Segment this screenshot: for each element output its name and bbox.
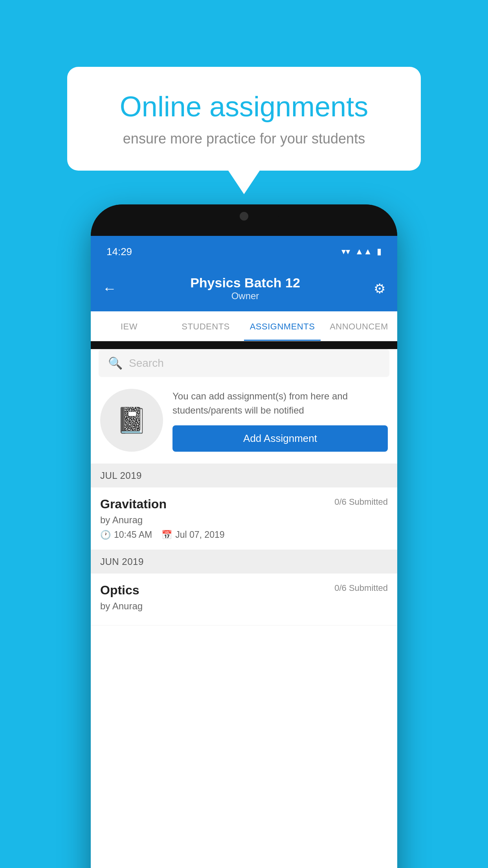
battery-icon: ▮ xyxy=(377,246,382,257)
notebook-icon: 📓 xyxy=(116,406,147,435)
promo-content: You can add assignment(s) from here and … xyxy=(172,389,388,452)
camera-icon xyxy=(240,212,248,221)
speech-bubble-subtitle: ensure more practice for your students xyxy=(95,131,393,147)
phone-wrapper: 14:29 ▾▾ ▲▲ ▮ ← Physics Batch 12 Owner ⚙… xyxy=(91,204,397,868)
settings-icon[interactable]: ⚙ xyxy=(374,281,385,296)
assignment-item-gravitation[interactable]: Gravitation 0/6 Submitted by Anurag 🕐 10… xyxy=(91,487,397,550)
search-bar[interactable]: 🔍 Search xyxy=(99,349,389,377)
assignment-optics-name: Optics xyxy=(100,583,139,598)
add-assignment-button[interactable]: Add Assignment xyxy=(172,425,388,452)
search-placeholder: Search xyxy=(129,357,164,370)
assignment-time-value: 10:45 AM xyxy=(114,530,152,540)
tab-students[interactable]: STUDENTS xyxy=(167,311,244,341)
search-icon: 🔍 xyxy=(108,356,123,370)
section-header-jul: JUL 2019 xyxy=(91,464,397,487)
assignment-item-optics[interactable]: Optics 0/6 Submitted by Anurag xyxy=(91,574,397,625)
assignment-name: Gravitation xyxy=(100,497,167,511)
assignment-optics-top-row: Optics 0/6 Submitted xyxy=(100,583,388,598)
header-subtitle: Owner xyxy=(190,291,300,302)
app-header: ← Physics Batch 12 Owner ⚙ xyxy=(91,267,397,311)
assignment-top-row: Gravitation 0/6 Submitted xyxy=(100,497,388,511)
wifi-icon: ▾▾ xyxy=(341,246,350,257)
back-button[interactable]: ← xyxy=(103,280,117,297)
speech-bubble: Online assignments ensure more practice … xyxy=(67,67,421,171)
tabs-container: IEW STUDENTS ASSIGNMENTS ANNOUNCEM xyxy=(91,311,397,341)
assignment-meta: 🕐 10:45 AM 📅 Jul 07, 2019 xyxy=(100,530,388,540)
assignment-submitted: 0/6 Submitted xyxy=(334,497,388,507)
phone-top-notch xyxy=(91,204,397,236)
assignment-time: 🕐 10:45 AM xyxy=(100,530,152,540)
section-header-jun: JUN 2019 xyxy=(91,550,397,574)
speech-bubble-container: Online assignments ensure more practice … xyxy=(67,67,421,194)
calendar-icon: 📅 xyxy=(161,530,172,540)
tab-assignments[interactable]: ASSIGNMENTS xyxy=(244,311,321,341)
promo-text: You can add assignment(s) from here and … xyxy=(172,389,388,417)
tab-iew[interactable]: IEW xyxy=(91,311,167,341)
phone-content: 🔍 Search 📓 You can add assignment(s) fro… xyxy=(91,349,397,868)
speech-bubble-arrow xyxy=(228,171,260,194)
assignment-optics-by: by Anurag xyxy=(100,601,388,612)
promo-section: 📓 You can add assignment(s) from here an… xyxy=(91,377,397,464)
assignment-optics-submitted: 0/6 Submitted xyxy=(334,583,388,593)
header-title: Physics Batch 12 xyxy=(190,275,300,291)
tab-announcements[interactable]: ANNOUNCEM xyxy=(321,311,397,341)
assignment-date-value: Jul 07, 2019 xyxy=(175,530,224,540)
promo-icon-circle: 📓 xyxy=(100,389,163,452)
clock-icon: 🕐 xyxy=(100,530,111,540)
status-bar: 14:29 ▾▾ ▲▲ ▮ xyxy=(91,236,397,267)
signal-icon: ▲▲ xyxy=(355,246,372,257)
status-time: 14:29 xyxy=(106,246,132,258)
assignment-by: by Anurag xyxy=(100,515,388,526)
phone-frame: 14:29 ▾▾ ▲▲ ▮ ← Physics Batch 12 Owner ⚙… xyxy=(91,204,397,868)
phone-camera-notch xyxy=(209,204,279,224)
speech-bubble-title: Online assignments xyxy=(95,90,393,123)
header-title-group: Physics Batch 12 Owner xyxy=(190,275,300,302)
assignment-date: 📅 Jul 07, 2019 xyxy=(161,530,224,540)
status-icons: ▾▾ ▲▲ ▮ xyxy=(341,246,382,257)
